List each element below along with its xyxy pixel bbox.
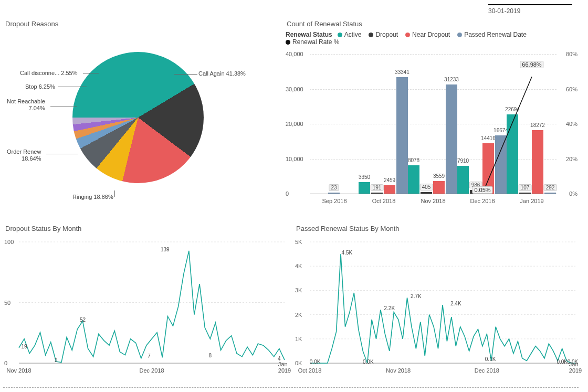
bar-title: Count of Renewal Status: [287, 20, 578, 28]
pie-label: Call Again 41.38%: [198, 70, 246, 77]
pie-label: 7.04%: [7, 105, 45, 112]
passed-renewal-line-chart: 0K1K2K3K4K5KOct 2018Nov 2018Dec 2018Jan …: [295, 236, 578, 375]
legend-item: Near Dropout: [405, 31, 450, 38]
pie-label: Call disconne... 2.55%: [20, 70, 77, 77]
legend-item: Renewal Rate %: [286, 38, 339, 46]
pie-label: Ringing 18.86%: [72, 194, 113, 200]
pie-label: Not Reachable: [7, 98, 45, 105]
pie-label: Stop 6.25%: [25, 83, 55, 90]
bar-legend: Renewal StatusActiveDropoutNear DropoutP…: [286, 31, 578, 46]
pie-label: 18.64%: [7, 155, 41, 162]
legend-item: Dropout: [369, 31, 398, 38]
pie-title: Dropout Reasons: [5, 20, 277, 28]
pie-label: Order Renew: [7, 149, 41, 155]
renewal-bar-chart: 010,00020,00030,00040,0000%20%40%60%80%S…: [286, 49, 578, 206]
legend-item: Active: [338, 31, 362, 38]
report-date: 30-01-2019: [488, 4, 572, 15]
legend-item: Passed Renewal Date: [457, 31, 527, 38]
svg-line-0: [482, 77, 532, 194]
dropout-line-chart: 050100Nov 2018Dec 2018Jan 20191925271398…: [4, 236, 287, 375]
line2-title: Passed Renewal Status By Month: [296, 225, 578, 232]
dropout-pie-chart: Call Again 41.38% Ringing 18.86% Order R…: [4, 31, 277, 204]
line1-title: Dropout Status By Month: [5, 225, 287, 232]
